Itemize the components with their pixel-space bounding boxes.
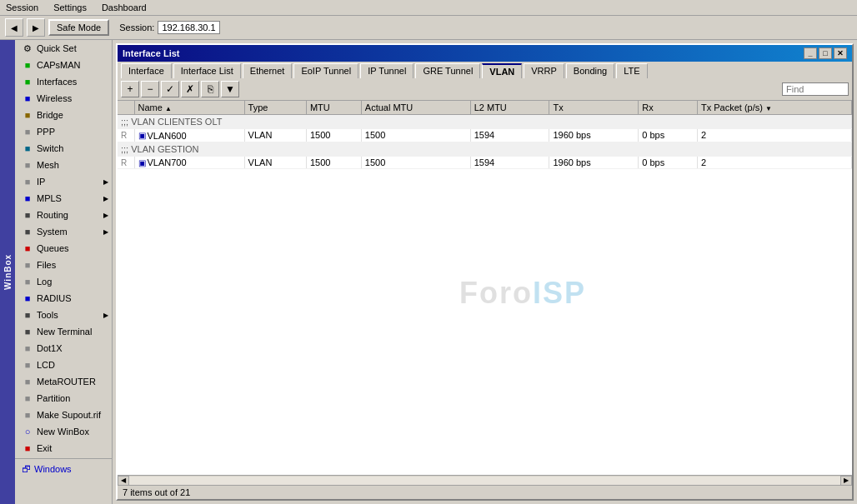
add-button[interactable]: + [121, 81, 139, 97]
find-input[interactable] [782, 82, 849, 96]
tab-ip-tunnel[interactable]: IP Tunnel [360, 63, 413, 78]
sidebar-item-label-metarouter: MetaROUTER [37, 377, 96, 387]
menu-dashboard[interactable]: Dashboard [99, 2, 149, 13]
tab-gre-tunnel[interactable]: GRE Tunnel [415, 63, 480, 78]
sidebar-item-label-mpls: MPLS [37, 193, 62, 203]
group-row-vlan-gestion: ;;; VLAN GESTION [118, 142, 852, 156]
tab-interface[interactable]: Interface [121, 63, 172, 78]
sidebar-item-bridge[interactable]: ■ Bridge [15, 107, 112, 123]
back-button[interactable]: ◀ [5, 18, 23, 37]
sidebar-item-interfaces[interactable]: ■ Interfaces [15, 73, 112, 90]
sidebar-item-label-wireless: Wireless [37, 93, 72, 103]
scroll-track[interactable] [129, 477, 840, 485]
window-minimize-button[interactable]: _ [804, 47, 817, 59]
sidebar-item-new-winbox[interactable]: ○ New WinBox [15, 423, 112, 440]
sidebar-item-label-capsman: CAPsMAN [37, 60, 81, 70]
enable-button[interactable]: ✓ [161, 81, 179, 97]
tab-bonding[interactable]: Bonding [566, 63, 614, 78]
disable-button[interactable]: ✗ [181, 81, 199, 97]
scroll-right-button[interactable]: ▶ [840, 476, 852, 486]
sidebar-item-quick-set[interactable]: ⚙ Quick Set [15, 40, 112, 57]
tab-ethernet[interactable]: Ethernet [243, 63, 293, 78]
remove-button[interactable]: − [141, 81, 159, 97]
horizontal-scrollbar[interactable]: ◀ ▶ [118, 475, 852, 485]
sidebar-item-label-make-supout: Make Supout.rif [37, 410, 101, 420]
sidebar-item-tools[interactable]: ■ Tools ▶ [15, 307, 112, 323]
row-tx-packet: 2 [697, 129, 851, 142]
group-label-vlan-clientes: ;;; VLAN CLIENTES OLT [118, 115, 852, 129]
col-tx-packet[interactable]: Tx Packet (p/s) ▼ [697, 101, 851, 115]
sidebar: WinBox ⚙ Quick Set ■ CAPsMAN ■ Interface… [0, 40, 113, 504]
tab-interface-list[interactable]: Interface List [173, 63, 241, 78]
copy-button[interactable]: ⎘ [201, 81, 219, 97]
sidebar-item-exit[interactable]: ■ Exit [15, 440, 112, 457]
session-label: Session: [119, 22, 154, 32]
col-name[interactable]: Name ▲ [134, 101, 244, 115]
table-row[interactable]: R ▣ VLAN600 VLAN 1500 1500 1594 [118, 129, 852, 142]
sidebar-item-lcd[interactable]: ■ LCD [15, 357, 112, 373]
sidebar-item-label-queues: Queues [37, 243, 69, 253]
sidebar-item-capsman[interactable]: ■ CAPsMAN [15, 57, 112, 73]
sidebar-item-switch[interactable]: ■ Switch [15, 140, 112, 157]
sidebar-item-wireless[interactable]: ■ Wireless [15, 90, 112, 107]
sidebar-item-radius[interactable]: ■ RADIUS [15, 290, 112, 307]
tab-eoip-tunnel[interactable]: EoIP Tunnel [293, 63, 358, 78]
tab-vrrp[interactable]: VRRP [524, 63, 564, 78]
sidebar-item-label-log: Log [37, 277, 52, 287]
sidebar-item-mpls[interactable]: ■ MPLS ▶ [15, 190, 112, 207]
tab-vlan[interactable]: VLAN [482, 63, 522, 78]
col-rx[interactable]: Rx [639, 101, 698, 115]
row-rx: 0 bps [639, 129, 698, 142]
menu-settings[interactable]: Settings [51, 2, 89, 13]
sidebar-item-make-supout[interactable]: ■ Make Supout.rif [15, 407, 112, 423]
status-text: 7 items out of 21 [123, 487, 190, 497]
interfaces-icon: ■ [22, 76, 33, 87]
sidebar-item-label-switch: Switch [37, 143, 63, 153]
sidebar-item-log[interactable]: ■ Log [15, 273, 112, 290]
sidebar-item-system[interactable]: ■ System ▶ [15, 223, 112, 240]
sidebar-item-ppp[interactable]: ■ PPP [15, 123, 112, 140]
ip-arrow-icon: ▶ [103, 178, 108, 186]
sidebar-item-metarouter[interactable]: ■ MetaROUTER [15, 373, 112, 390]
sidebar-item-mesh[interactable]: ■ Mesh [15, 157, 112, 173]
row-name: ▣ VLAN600 [134, 129, 244, 142]
window-maximize-button[interactable]: □ [819, 47, 832, 59]
row-tx: 1960 bps [549, 129, 639, 142]
sidebar-item-files[interactable]: ■ Files [15, 257, 112, 273]
sidebar-item-ip[interactable]: ■ IP ▶ [15, 173, 112, 190]
tools-icon: ■ [22, 309, 33, 321]
table-row[interactable]: R ▣ VLAN700 VLAN 1500 1500 1594 [118, 156, 852, 169]
col-type[interactable]: Type [244, 101, 306, 115]
interface-list-window: Interface List _ □ ✕ Interface Interface… [116, 43, 854, 501]
sidebar-item-label-system: System [37, 227, 68, 237]
tab-lte[interactable]: LTE [616, 63, 647, 78]
sidebar-item-label-new-terminal: New Terminal [37, 327, 92, 337]
quick-set-icon: ⚙ [22, 42, 33, 54]
scroll-left-button[interactable]: ◀ [118, 476, 129, 486]
col-l2-mtu[interactable]: L2 MTU [470, 101, 549, 115]
main-area: WinBox ⚙ Quick Set ■ CAPsMAN ■ Interface… [0, 40, 857, 504]
sidebar-item-dot1x[interactable]: ■ Dot1X [15, 340, 112, 357]
col-tx[interactable]: Tx [549, 101, 639, 115]
col-mtu[interactable]: MTU [306, 101, 361, 115]
table-container[interactable]: Name ▲ Type MTU Actual MTU L2 MTU Tx Rx … [118, 101, 852, 475]
safe-mode-button[interactable]: Safe Mode [48, 19, 109, 36]
make-supout-icon: ■ [22, 409, 33, 421]
table-wrapper: ForoISP Name ▲ Type MTU Actual MTU L2 MT… [118, 101, 852, 485]
col-actual-mtu[interactable]: Actual MTU [361, 101, 470, 115]
menu-bar: Session Settings Dashboard [0, 0, 857, 16]
forward-button[interactable]: ▶ [27, 18, 45, 37]
sidebar-content: ⚙ Quick Set ■ CAPsMAN ■ Interfaces ■ Wir… [15, 40, 112, 477]
sidebar-item-new-terminal[interactable]: ■ New Terminal [15, 323, 112, 340]
sidebar-item-queues[interactable]: ■ Queues [15, 240, 112, 257]
sidebar-item-label-ip: IP [37, 177, 45, 187]
filter-button[interactable]: ▼ [221, 81, 239, 97]
col-flag[interactable] [118, 101, 134, 115]
sidebar-item-windows[interactable]: 🗗 Windows [15, 461, 112, 477]
wireless-icon: ■ [22, 92, 33, 104]
sidebar-item-routing[interactable]: ■ Routing ▶ [15, 207, 112, 223]
menu-session[interactable]: Session [3, 2, 41, 13]
window-close-button[interactable]: ✕ [834, 47, 847, 59]
sidebar-item-label-radius: RADIUS [37, 293, 72, 303]
sidebar-item-partition[interactable]: ■ Partition [15, 390, 112, 407]
